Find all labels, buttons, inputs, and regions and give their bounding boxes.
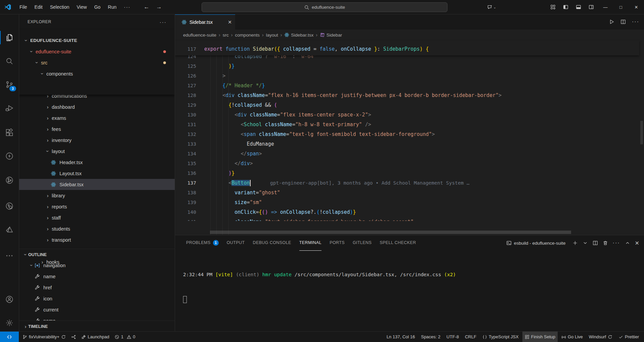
tree-item-inventory[interactable]: ›inventory: [19, 135, 175, 146]
line-number[interactable]: 136: [175, 168, 196, 178]
window-maximize-button[interactable]: □: [613, 0, 629, 14]
status-windsurf[interactable]: Windsurf: [587, 332, 615, 342]
outline-item-icon[interactable]: icon: [19, 293, 175, 304]
breadcrumb-item-sidebar-tsx[interactable]: Sidebar.tsx: [284, 33, 313, 38]
split-editor-button[interactable]: [620, 19, 626, 25]
line-number[interactable]: 133: [175, 139, 196, 149]
outline-item-navigation[interactable]: ›navigation: [19, 260, 175, 271]
window-close-button[interactable]: ✕: [629, 0, 644, 14]
line-number[interactable]: 129: [175, 100, 196, 110]
activity-more[interactable]: [0, 248, 19, 264]
back-arrow-icon[interactable]: ←: [144, 4, 149, 10]
tree-item-reports[interactable]: ›reports: [19, 201, 175, 212]
status-ln-137-col-16[interactable]: Ln 137, Col 16: [384, 332, 418, 342]
status-go-live[interactable]: Go Live: [559, 332, 585, 342]
run-button[interactable]: [609, 19, 614, 25]
timeline-section-header[interactable]: › TIMELINE: [19, 321, 175, 332]
remote-indicator[interactable]: [0, 332, 19, 342]
breadcrumb-item-sidebar[interactable]: Sidebar: [320, 33, 342, 38]
tab-close-icon[interactable]: ✕: [228, 19, 232, 25]
line-number[interactable]: 130: [175, 110, 196, 120]
code-line-128[interactable]: 128 <div className="flex h-16 items-cent…: [175, 91, 639, 100]
menu-edit[interactable]: Edit: [31, 2, 46, 12]
menu-file[interactable]: File: [16, 2, 31, 12]
horizontal-scrollbar[interactable]: [175, 230, 639, 234]
line-number[interactable]: 125: [175, 61, 196, 71]
breadcrumb-item-layout[interactable]: layout: [266, 33, 278, 38]
tree-item-layout[interactable]: ›layout: [19, 146, 175, 157]
status-typescript-jsx[interactable]: TypeScript JSX: [480, 332, 521, 342]
activity-files[interactable]: [0, 30, 19, 46]
customize-layout-button[interactable]: [548, 4, 558, 10]
outline-item-name[interactable]: name: [19, 271, 175, 282]
code-line-130[interactable]: 130 <div className="flex items-center sp…: [175, 110, 639, 120]
line-number[interactable]: 140: [175, 207, 196, 217]
split-terminal-button[interactable]: [593, 240, 598, 246]
activity-settings[interactable]: [0, 315, 19, 331]
code-line-137[interactable]: 137 <Buttongpt-engineer-app[bot], 3 mont…: [175, 178, 639, 188]
breadcrumb-item-src[interactable]: src: [223, 33, 229, 38]
editor-more-button[interactable]: ···: [632, 19, 639, 25]
status-1[interactable]: 10: [112, 332, 137, 342]
activity-extensions[interactable]: [0, 125, 19, 141]
tree-item-students[interactable]: ›students: [19, 223, 175, 234]
forward-arrow-icon[interactable]: →: [156, 4, 162, 10]
menu-more-button[interactable]: ···: [120, 2, 134, 12]
activity-gitlens-inspect[interactable]: [0, 198, 19, 214]
kill-terminal-button[interactable]: [603, 240, 608, 246]
line-number[interactable]: 132: [175, 130, 196, 139]
panel-more-button[interactable]: ···: [613, 240, 620, 246]
activity-run-debug[interactable]: [0, 100, 19, 116]
line-number[interactable]: 138: [175, 188, 196, 198]
toggle-panel-button[interactable]: [573, 4, 584, 10]
tree-item-edufluence-suite[interactable]: ›EDUFLUENCE-SUITE: [19, 35, 175, 46]
line-number[interactable]: 126: [175, 71, 196, 81]
command-center-search[interactable]: edufluence-suite: [202, 2, 447, 12]
status-utf-8[interactable]: UTF-8: [444, 332, 461, 342]
line-number[interactable]: 137: [175, 178, 196, 188]
code-line-139[interactable]: 139 size="sm": [175, 198, 639, 207]
status-launchpad[interactable]: Launchpad: [79, 332, 112, 342]
line-number[interactable]: 127: [175, 81, 196, 91]
tree-item-dashboard[interactable]: ›dashboard: [19, 101, 175, 112]
code-line-129[interactable]: 129 {!collapsed && (: [175, 100, 639, 110]
line-number[interactable]: 135: [175, 159, 196, 168]
tree-item-staff[interactable]: ›staff: [19, 212, 175, 223]
explorer-actions-button[interactable]: ···: [160, 19, 167, 25]
tree-item-src[interactable]: ›src: [19, 57, 175, 68]
maximize-panel-button[interactable]: [625, 240, 630, 246]
tab-sidebar-tsx[interactable]: Sidebar.tsx ✕: [175, 14, 235, 30]
tree-item-sidebar-tsx[interactable]: Sidebar.tsx: [19, 179, 175, 190]
panel-tab-debug-console[interactable]: DEBUG CONSOLE: [253, 235, 291, 251]
breadcrumb-item-components[interactable]: components: [235, 33, 260, 38]
status-finish-setup[interactable]: Finish Setup: [522, 332, 558, 342]
menu-selection[interactable]: Selection: [46, 2, 73, 12]
tree-item-transport[interactable]: ›transport: [19, 234, 175, 245]
code-line-126[interactable]: 126 >: [175, 71, 639, 81]
panel-tab-terminal[interactable]: TERMINAL: [299, 235, 321, 251]
code-line-127[interactable]: 127 {/* Header */}: [175, 81, 639, 91]
code-line-117[interactable]: 117export function Sidebar({ collapsed =…: [175, 44, 639, 54]
code-line-134[interactable]: 134 </span>: [175, 149, 639, 159]
code-line-138[interactable]: 138 variant="ghost": [175, 188, 639, 198]
new-terminal-button[interactable]: [572, 240, 578, 246]
status-prettier[interactable]: Prettier: [616, 332, 641, 342]
activity-lightning[interactable]: [0, 148, 19, 164]
line-number[interactable]: 134: [175, 149, 196, 159]
line-number[interactable]: 117: [175, 44, 196, 54]
tree-item-exams[interactable]: ›exams: [19, 112, 175, 124]
menu-go[interactable]: Go: [90, 2, 104, 12]
panel-tab-spell-checker[interactable]: SPELL CHECKER: [380, 235, 416, 251]
tree-item-fees[interactable]: ›fees: [19, 124, 175, 135]
toggle-secondary-sidebar-button[interactable]: [586, 4, 596, 10]
status-crlf[interactable]: CRLF: [463, 332, 479, 342]
activity-prism[interactable]: [0, 222, 19, 238]
code-line-140[interactable]: 140 onClick={() => onCollapse?.(!collaps…: [175, 207, 639, 217]
status-graph[interactable]: [69, 332, 78, 342]
outline-section-header[interactable]: › OUTLINE: [19, 249, 175, 260]
panel-tab-problems[interactable]: PROBLEMS1: [186, 235, 219, 251]
tree-item-header-tsx[interactable]: Header.tsx: [19, 157, 175, 168]
code-editor[interactable]: 124 collapsed ? "w-16" : "w-64"125 )}126…: [175, 40, 639, 221]
outline-item-href[interactable]: href: [19, 282, 175, 293]
code-line-141[interactable]: 141 className="text-sidebar-foreground h…: [175, 217, 639, 221]
